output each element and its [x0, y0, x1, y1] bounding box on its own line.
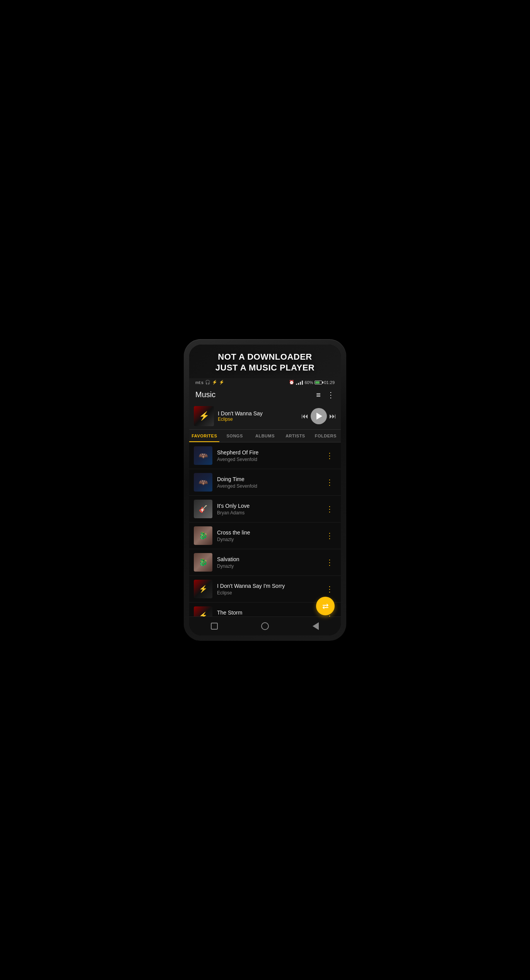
- nav-back-button[interactable]: [310, 621, 321, 632]
- carrier-text: mt:s: [195, 380, 203, 385]
- song-art-5: [194, 553, 212, 572]
- song-art-1: [194, 446, 212, 465]
- list-item[interactable]: Doing Time Avenged Sevenfold ⋮: [189, 469, 341, 496]
- battery-icon: [315, 381, 322, 384]
- home-icon: [261, 622, 269, 630]
- art-a7x-2: [194, 473, 212, 492]
- song-title-3: It's Only Love: [217, 503, 323, 509]
- song-title-2: Doing Time: [217, 476, 323, 482]
- tab-favorites[interactable]: FAVORITES: [189, 430, 219, 442]
- song-menu-3[interactable]: ⋮: [323, 504, 336, 514]
- tab-songs[interactable]: SONGS: [219, 430, 250, 442]
- song-meta-3: It's Only Love Bryan Adams: [217, 503, 323, 516]
- shuffle-icon: ⇄: [322, 601, 329, 611]
- phone-screen: NOT A DOWNLOADER JUST A MUSIC PLAYER mt:…: [189, 345, 341, 635]
- more-options-icon[interactable]: ⋮: [327, 391, 335, 399]
- app-title: Music: [195, 390, 215, 399]
- song-title-1: Shepherd Of Fire: [217, 449, 323, 456]
- status-left: mt:s 🎧 ⚡ ⚡: [195, 380, 224, 385]
- art-dynazty-1: [194, 526, 212, 545]
- song-menu-2[interactable]: ⋮: [323, 477, 336, 488]
- tab-albums[interactable]: ALBUMS: [250, 430, 280, 442]
- play-pause-button[interactable]: [311, 408, 327, 424]
- song-meta-2: Doing Time Avenged Sevenfold: [217, 476, 323, 489]
- time-display: 01:29: [324, 380, 335, 385]
- play-icon: [316, 413, 322, 420]
- art-a7x-1: [194, 446, 212, 465]
- song-art-2: [194, 473, 212, 492]
- next-button[interactable]: ⏭: [329, 413, 336, 420]
- headphone-icon: 🎧: [205, 380, 210, 385]
- song-menu-1[interactable]: ⋮: [323, 450, 336, 461]
- list-item[interactable]: Salvation Dynazty ⋮: [189, 549, 341, 576]
- list-item[interactable]: I Don't Wanna Say I'm Sorry Eclipse ⋮: [189, 576, 341, 603]
- song-title-6: I Don't Wanna Say I'm Sorry: [217, 583, 323, 589]
- tab-folders[interactable]: FOLDERS: [311, 430, 341, 442]
- tab-bar: FAVORITES SONGS ALBUMS ARTISTS FOLDERS: [189, 430, 341, 442]
- now-playing-art-inner: [194, 406, 214, 426]
- now-playing-controls: ⏮ ⏭: [301, 408, 336, 424]
- song-menu-4[interactable]: ⋮: [323, 530, 336, 541]
- song-artist-2: Avenged Sevenfold: [217, 483, 323, 489]
- status-bar: mt:s 🎧 ⚡ ⚡ ⏰ 60% 01:29: [189, 378, 341, 386]
- now-playing-artist: Eclipse: [218, 417, 301, 422]
- tab-artists[interactable]: ARTISTS: [280, 430, 310, 442]
- song-meta-7: The Storm Eclipse: [217, 610, 323, 617]
- app-header: Music ≡ ⋮: [189, 386, 341, 403]
- song-menu-5[interactable]: ⋮: [323, 557, 336, 568]
- song-art-7: [194, 606, 212, 616]
- status-right: ⏰ 60% 01:29: [289, 380, 335, 385]
- song-art-3: [194, 500, 212, 518]
- now-playing-info: I Don't Wanna Say Eclipse: [218, 410, 301, 422]
- nav-home-button[interactable]: [260, 621, 270, 632]
- now-playing-title: I Don't Wanna Say: [218, 410, 301, 417]
- song-list: Shepherd Of Fire Avenged Sevenfold ⋮ Doi…: [189, 442, 341, 616]
- art-dynazty-2: [194, 553, 212, 572]
- now-playing-art: [194, 406, 214, 426]
- battery-pct: 60%: [304, 380, 313, 385]
- song-meta-1: Shepherd Of Fire Avenged Sevenfold: [217, 449, 323, 462]
- usb-icon2: ⚡: [219, 380, 224, 385]
- song-art-4: [194, 526, 212, 545]
- song-meta-5: Salvation Dynazty: [217, 556, 323, 569]
- promo-line2: JUST A MUSIC PLAYER: [215, 363, 315, 372]
- promo-text: NOT A DOWNLOADER JUST A MUSIC PLAYER: [197, 352, 333, 373]
- header-actions: ≡ ⋮: [316, 391, 335, 399]
- song-title-4: Cross the line: [217, 529, 323, 536]
- song-title-5: Salvation: [217, 556, 323, 562]
- song-meta-4: Cross the line Dynazty: [217, 529, 323, 542]
- list-item[interactable]: It's Only Love Bryan Adams ⋮: [189, 496, 341, 522]
- shuffle-fab[interactable]: ⇄: [316, 597, 335, 615]
- now-playing-bar[interactable]: I Don't Wanna Say Eclipse ⏮ ⏭: [189, 403, 341, 430]
- prev-button[interactable]: ⏮: [301, 413, 308, 420]
- song-meta-6: I Don't Wanna Say I'm Sorry Eclipse: [217, 583, 323, 596]
- song-artist-3: Bryan Adams: [217, 510, 323, 516]
- back-icon: [313, 622, 319, 630]
- song-title-7: The Storm: [217, 610, 323, 616]
- usb-icon1: ⚡: [212, 380, 217, 385]
- alarm-icon: ⏰: [289, 380, 294, 385]
- nav-bar: [189, 616, 341, 635]
- phone-frame: NOT A DOWNLOADER JUST A MUSIC PLAYER mt:…: [184, 339, 346, 641]
- song-menu-6[interactable]: ⋮: [323, 584, 336, 594]
- nav-recent-button[interactable]: [209, 621, 220, 632]
- song-artist-6: Eclipse: [217, 590, 323, 596]
- list-item[interactable]: Shepherd Of Fire Avenged Sevenfold ⋮: [189, 442, 341, 469]
- filter-icon[interactable]: ≡: [316, 391, 321, 399]
- song-artist-4: Dynazty: [217, 537, 323, 542]
- art-eclipse-2: [194, 606, 212, 616]
- song-art-6: [194, 580, 212, 598]
- list-item[interactable]: Cross the line Dynazty ⋮: [189, 522, 341, 549]
- art-bryan: [194, 500, 212, 518]
- promo-line1: NOT A DOWNLOADER: [218, 352, 312, 362]
- song-artist-5: Dynazty: [217, 563, 323, 569]
- art-eclipse-1: [194, 580, 212, 598]
- promo-banner: NOT A DOWNLOADER JUST A MUSIC PLAYER: [189, 345, 341, 378]
- recent-apps-icon: [211, 623, 218, 630]
- song-artist-1: Avenged Sevenfold: [217, 457, 323, 462]
- signal-bars: [296, 380, 303, 385]
